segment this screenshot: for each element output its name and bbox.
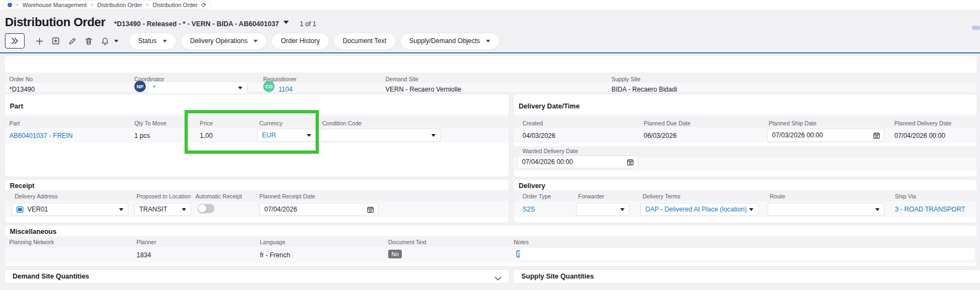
demand-site-quantities-panel[interactable]: Demand Site Quantities	[5, 270, 509, 283]
delete-button[interactable]	[80, 33, 97, 49]
combo-caret-icon	[238, 87, 242, 89]
record-count: 1 of 1	[300, 20, 316, 28]
combo-caret-icon	[182, 208, 186, 211]
breadcrumb-separator-icon: >	[16, 2, 19, 8]
planned-delivery-date-label: Planned Delivery Date	[894, 120, 951, 126]
delivery-operations-button-label: Delivery Operations	[190, 37, 247, 45]
record-selector-caret-icon[interactable]	[283, 21, 289, 24]
demand-site-label: Demand Site	[385, 76, 419, 82]
chevrons-right-icon	[11, 38, 19, 44]
supply-demand-objects-button-label: Supply/Demand Objects	[409, 37, 480, 45]
wanted-delivery-date-input[interactable]: 07/04/2026 00:00	[517, 155, 638, 168]
expand-toolbar-button[interactable]	[5, 33, 25, 49]
planned-ship-date-label: Planned Ship Date	[769, 120, 817, 126]
condition-code-label: Condition Code	[322, 120, 361, 126]
combo-caret-icon	[119, 208, 123, 211]
chevron-down-icon	[486, 40, 490, 43]
delivery-operations-button[interactable]: Delivery Operations	[181, 33, 266, 49]
supply-site-quantities-panel[interactable]: Supply Site Quantities	[514, 270, 980, 283]
document-text-button-label: Document Text	[343, 37, 387, 45]
copy-icon	[51, 37, 60, 45]
notifications-button[interactable]	[97, 33, 113, 49]
delivery-address-combobox[interactable]: VER01	[11, 203, 128, 216]
language-value: fr - French	[260, 251, 290, 259]
breadcrumb-item-distribution-order-page[interactable]: Distribution Order	[153, 2, 198, 8]
route-label: Route	[770, 193, 785, 200]
planned-receipt-date-input[interactable]: 07/04/2026	[259, 203, 378, 216]
ship-via-label: Ship Via	[895, 193, 916, 200]
requisitioner-value[interactable]: 1104	[278, 86, 293, 93]
order-info-panel: Order No *D13490 Coordinator NP * Requis…	[5, 56, 977, 92]
calendar-icon[interactable]	[367, 206, 374, 215]
combo-caret-icon	[620, 208, 625, 211]
coordinator-combobox[interactable]: *	[148, 81, 247, 94]
wanted-delivery-date-label: Wanted Delivery Date	[522, 148, 578, 154]
delivery-section-title: Delivery	[514, 180, 977, 191]
delivery-datetime-section: Delivery Date/Time Created 04/03/2026 Pl…	[514, 94, 977, 177]
proposed-to-location-label: Proposed to Location	[136, 193, 191, 200]
order-no-label: Order No	[9, 76, 33, 82]
notifications-caret-icon[interactable]	[114, 40, 118, 43]
combo-caret-icon	[749, 208, 753, 211]
breadcrumb-bar: > Warehouse Management > Distribution Or…	[0, 0, 980, 10]
combo-caret-icon	[431, 134, 436, 137]
part-label: Part	[9, 120, 20, 126]
duplicate-button[interactable]	[47, 33, 64, 49]
supply-site-label: Supply Site	[611, 76, 640, 82]
refresh-icon[interactable]: ⟳	[201, 2, 206, 8]
supply-demand-objects-button[interactable]: Supply/Demand Objects	[401, 33, 499, 49]
planned-receipt-date-label: Planned Receipt Date	[259, 193, 315, 200]
label-row-band	[5, 191, 509, 201]
title-row: Distribution Order *D13490 - Released - …	[5, 15, 316, 29]
toggle-knob	[198, 204, 206, 213]
misc-document-text-label: Document Text	[388, 239, 426, 245]
coordinator-avatar: NP	[134, 81, 146, 92]
forwarder-combobox[interactable]	[576, 203, 629, 216]
document-text-button[interactable]: Document Text	[334, 33, 395, 49]
status-button[interactable]: Status	[129, 33, 176, 49]
scroll-indicator[interactable]	[972, 26, 980, 30]
order-type-value[interactable]: S2S	[522, 206, 535, 213]
part-value[interactable]: AB60401037 - FREIN	[9, 132, 73, 140]
breadcrumb-separator-icon: >	[146, 2, 149, 8]
notes-input[interactable]	[520, 247, 975, 261]
add-button[interactable]	[31, 33, 47, 49]
breadcrumb-item-distribution-order[interactable]: Distribution Order	[97, 2, 142, 8]
qty-to-move-label: Qty To Move	[134, 120, 167, 126]
breadcrumb: > Warehouse Management > Distribution Or…	[3, 1, 211, 9]
delivery-terms-value: DAP - Delivered At Place (location)	[645, 206, 747, 213]
chevron-down-icon[interactable]	[495, 273, 501, 283]
order-no-value: *D13490	[9, 86, 35, 93]
planner-label: Planner	[136, 239, 156, 245]
plus-icon	[35, 37, 44, 45]
supply-site-value: BIDA - Recaero Bidadi	[611, 86, 677, 93]
delivery-terms-label: Delivery Terms	[643, 193, 680, 200]
ship-via-value[interactable]: 3 - ROAD TRANSPORT	[895, 206, 965, 213]
planned-ship-date-input[interactable]: 07/03/2026 00:00	[767, 129, 884, 142]
edit-button[interactable]	[64, 33, 80, 49]
automatic-receipt-label: Automatic Receipt	[195, 193, 242, 200]
calendar-icon[interactable]	[627, 159, 634, 167]
home-dot-icon[interactable]	[8, 3, 12, 7]
condition-code-combobox[interactable]	[320, 129, 441, 142]
route-combobox[interactable]	[768, 203, 884, 216]
page-title: Distribution Order	[5, 15, 105, 29]
created-label: Created	[522, 120, 543, 126]
requisitioner-avatar: CO	[263, 81, 275, 92]
delivery-terms-combobox[interactable]: DAP - Delivered At Place (location)	[640, 203, 758, 216]
automatic-receipt-toggle[interactable]	[198, 204, 215, 213]
forwarder-label: Forwarder	[578, 193, 604, 200]
planned-due-date-label: Planned Due Date	[644, 120, 691, 126]
calendar-icon[interactable]	[873, 132, 880, 141]
qty-to-move-value: 1 pcs	[134, 132, 150, 140]
wanted-delivery-date-value: 07/04/2026 00:00	[522, 158, 573, 166]
delivery-datetime-section-title: Delivery Date/Time	[514, 94, 977, 116]
language-label: Language	[260, 239, 286, 245]
proposed-to-location-value: TRANSIT	[139, 206, 167, 213]
order-history-button[interactable]: Order History	[272, 33, 328, 49]
breadcrumb-item-warehouse-management[interactable]: Warehouse Management	[22, 2, 87, 8]
order-type-label: Order Type	[522, 193, 551, 200]
proposed-to-location-combobox[interactable]: TRANSIT	[134, 203, 191, 216]
delivery-address-label: Delivery Address	[15, 193, 58, 200]
record-selector[interactable]: *D13490 - Released - * - VERN - BIDA - A…	[114, 20, 279, 28]
